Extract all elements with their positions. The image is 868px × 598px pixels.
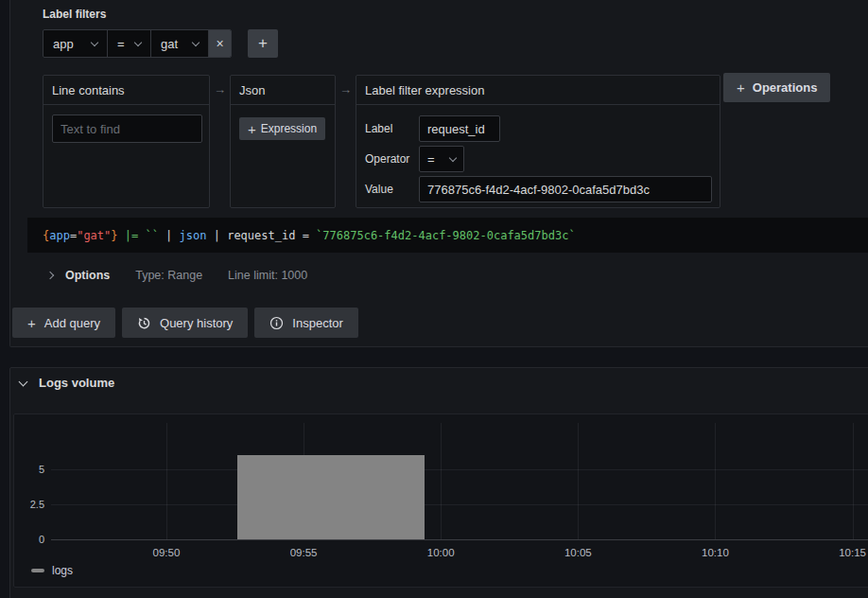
gridline-horizontal xyxy=(51,504,868,505)
y-tick-label: 0 xyxy=(39,535,44,545)
add-operations-button[interactable]: + Operations xyxy=(723,73,830,102)
query-token: json xyxy=(180,229,207,242)
add-query-label: Add query xyxy=(44,316,100,330)
operation-line-contains: Line contains xyxy=(43,75,210,208)
logs-volume-panel: Logs volume 02.55 09:5009:5510:0010:0510… xyxy=(9,367,868,598)
query-token: { xyxy=(43,229,49,242)
query-token: | xyxy=(159,229,180,242)
operation-body: Label Operator = Value xyxy=(356,105,720,213)
filter-value-value: gat xyxy=(161,37,178,51)
filter-value-select[interactable]: gat xyxy=(151,30,209,57)
query-token: request_id = xyxy=(227,229,316,242)
filter-label-value: app xyxy=(53,37,74,51)
chevron-down-icon xyxy=(134,38,142,45)
operations-pipeline: Line contains → Json + Expression → Labe… xyxy=(43,75,720,208)
query-token: | xyxy=(206,229,227,242)
gridline-vertical xyxy=(166,423,167,539)
query-history-button[interactable]: Query history xyxy=(122,308,248,338)
options-label: Options xyxy=(65,269,110,282)
value-field-name: Value xyxy=(365,183,419,196)
filter-operator-select[interactable]: = xyxy=(108,30,151,57)
plus-icon: + xyxy=(737,79,745,96)
legend-label[interactable]: logs xyxy=(52,564,73,577)
label-filters-title: Label filters xyxy=(43,8,106,21)
options-type-summary: Type: Range xyxy=(135,269,202,282)
gridline-vertical xyxy=(853,423,854,539)
y-tick-label: 5 xyxy=(39,464,44,474)
gridline-vertical xyxy=(715,423,716,539)
history-icon xyxy=(137,316,151,330)
query-token: "gat" xyxy=(77,229,111,242)
query-token: = xyxy=(70,229,77,242)
chart-legend: logs xyxy=(31,564,73,577)
x-tick-label: 10:15 xyxy=(839,548,866,559)
plus-icon: + xyxy=(258,34,268,53)
options-line-limit-summary: Line limit: 1000 xyxy=(228,269,307,282)
operator-field-select[interactable]: = xyxy=(419,146,464,172)
operation-header: Line contains xyxy=(43,76,209,105)
logs-volume-title: Logs volume xyxy=(39,376,114,390)
collapse-chevron-icon[interactable] xyxy=(19,377,28,386)
pipeline-arrow-icon: → xyxy=(210,75,230,104)
query-token: } xyxy=(111,229,117,242)
gridline-horizontal xyxy=(51,539,868,540)
gridline-vertical xyxy=(441,423,442,539)
chart-plot-area[interactable] xyxy=(51,423,868,539)
operation-body xyxy=(43,105,209,152)
logs-volume-header: Logs volume xyxy=(20,376,114,390)
plus-icon: + xyxy=(27,315,36,331)
grafana-explore-page: { "query_editor": { "label_filters_title… xyxy=(0,0,868,598)
x-tick-label: 10:00 xyxy=(427,548,455,559)
chevron-down-icon xyxy=(449,153,457,161)
query-token xyxy=(138,229,145,242)
operation-label-filter-expression: Label filter expression Label Operator =… xyxy=(356,75,720,208)
add-expression-button[interactable]: + Expression xyxy=(239,117,325,140)
info-icon xyxy=(269,316,284,330)
query-token: `` xyxy=(145,229,158,242)
add-label-filter-button[interactable]: + xyxy=(248,29,278,58)
remove-filter-button[interactable]: × xyxy=(209,30,231,57)
logs-volume-bar[interactable] xyxy=(237,455,424,539)
query-token: app xyxy=(49,229,70,242)
x-tick-label: 10:05 xyxy=(564,548,592,559)
filter-label-select[interactable]: app xyxy=(43,30,108,57)
options-row: Options Type: Range Line limit: 1000 xyxy=(47,266,307,285)
chevron-right-icon xyxy=(46,272,54,279)
label-filters-row: app = gat × + xyxy=(43,29,278,58)
line-contains-input[interactable] xyxy=(52,114,202,143)
operations-button-label: Operations xyxy=(753,80,818,95)
value-field-input[interactable] xyxy=(419,176,712,202)
y-axis-labels: 02.55 xyxy=(14,423,44,539)
label-filter-pill: app = gat × xyxy=(43,29,232,58)
operation-title: Line contains xyxy=(52,83,125,97)
y-tick-label: 2.5 xyxy=(30,499,44,509)
query-token: |= xyxy=(125,229,138,242)
logs-volume-chart: 02.55 09:5009:5510:0010:0510:1010:15 log… xyxy=(13,413,868,588)
x-tick-label: 10:10 xyxy=(702,548,729,559)
inspector-label: Inspector xyxy=(292,316,342,330)
x-tick-label: 09:55 xyxy=(290,548,318,559)
operation-json: Json + Expression xyxy=(230,75,336,208)
query-history-label: Query history xyxy=(160,316,233,330)
label-field-name: Label xyxy=(365,122,419,135)
pipeline-arrow-icon: → xyxy=(336,75,356,104)
plus-icon: + xyxy=(248,121,256,137)
gridline-vertical xyxy=(578,423,579,539)
gridline-horizontal xyxy=(51,469,868,470)
query-preview-text: {app="gat"} |= `` | json | request_id = … xyxy=(27,218,868,253)
inspector-button[interactable]: Inspector xyxy=(254,308,357,338)
query-token xyxy=(118,229,125,242)
x-tick-label: 09:50 xyxy=(153,548,181,559)
query-footer-buttons: + Add query Query history Inspector xyxy=(12,308,358,338)
filter-operator-value: = xyxy=(117,37,125,51)
x-axis-labels: 09:5009:5510:0010:0510:1010:15 xyxy=(51,546,868,560)
chevron-down-icon xyxy=(91,38,98,45)
operation-title: Label filter expression xyxy=(365,83,484,97)
operation-title: Json xyxy=(239,83,265,97)
add-expression-label: Expression xyxy=(261,122,317,135)
options-toggle[interactable]: Options xyxy=(47,269,110,282)
add-query-button[interactable]: + Add query xyxy=(12,308,115,338)
operator-field-value: = xyxy=(427,152,435,167)
label-field-input[interactable] xyxy=(419,115,500,142)
operation-body: + Expression xyxy=(231,105,335,152)
